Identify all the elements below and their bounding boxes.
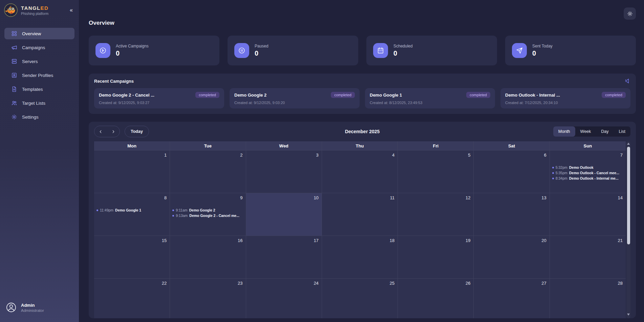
events-list: 11:49pmDemo Google 1 <box>96 208 168 214</box>
calendar-event[interactable]: 5:35pmDemo Outlook - Cancel mee... <box>552 171 624 175</box>
day-number: 3 <box>316 153 319 158</box>
calendar-today-button[interactable]: Today <box>125 126 149 137</box>
calendar-event[interactable]: 5:32pmDemo Outlook <box>552 165 624 169</box>
stat-value: 0 <box>532 49 553 57</box>
campaign-created-at: Created at: 7/12/2025, 20:34:10 <box>505 101 626 105</box>
scrollbar-down-arrow-icon[interactable] <box>627 314 630 316</box>
events-list: 5:32pmDemo Outlook5:35pmDemo Outlook - C… <box>552 165 624 182</box>
sidebar-item-target-lists[interactable]: Target Lists <box>4 97 74 109</box>
campaign-created-at: Created at: 9/12/2025, 9:03:20 <box>234 101 355 105</box>
day-number: 7 <box>620 153 623 158</box>
calendar-event[interactable]: 9:13amDemo Google 2 - Cancel me... <box>172 214 244 218</box>
app-root: TANGLED Phishing platform « OverviewCamp… <box>0 0 644 322</box>
view-month-button[interactable]: Month <box>553 126 575 137</box>
calendar-event[interactable]: 11:49pmDemo Google 1 <box>96 208 168 212</box>
calendar-day-cell[interactable]: 3 <box>246 150 322 193</box>
calendar-day-cell[interactable]: 14 <box>550 193 626 236</box>
calendar-day-cell[interactable]: 13 <box>474 193 550 236</box>
campaign-title: Demo Outlook - Internal ... <box>505 93 560 98</box>
campaign-card[interactable]: Demo Google 2completedCreated at: 9/12/2… <box>230 88 360 108</box>
calendar-day-cell[interactable]: 99:11amDemo Google 29:13amDemo Google 2 … <box>170 193 246 236</box>
calendar-day-cell[interactable]: 10 <box>246 193 322 236</box>
stat-card-paused: Paused0 <box>228 36 358 65</box>
calendar-day-cell[interactable]: 23 <box>170 278 246 318</box>
calendar-icon <box>373 43 388 58</box>
status-badge: completed <box>602 92 626 98</box>
calendar-day-cell[interactable]: 22 <box>94 278 170 318</box>
day-number: 12 <box>466 195 470 200</box>
calendar-day-cell[interactable]: 16 <box>170 236 246 278</box>
sidebar-item-servers[interactable]: Servers <box>4 56 74 67</box>
calendar-day-cell[interactable]: 6 <box>474 150 550 193</box>
calendar-day-cell[interactable]: 27 <box>474 278 550 318</box>
calendar-day-cell[interactable]: 12 <box>398 193 474 236</box>
calendar-day-cell[interactable]: 4 <box>322 150 398 193</box>
recent-campaigns-panel: Recent Campaigns Demo Google 2 - Cancel … <box>89 74 636 114</box>
app-subtitle: Phishing platform <box>21 12 48 16</box>
calendar-day-cell[interactable]: 811:49pmDemo Google 1 <box>94 193 170 236</box>
calendar-day-cell[interactable]: 26 <box>398 278 474 318</box>
campaign-card[interactable]: Demo Outlook - Internal ...completedCrea… <box>500 88 630 108</box>
calendar-day-cell[interactable]: 25 <box>322 278 398 318</box>
calendar-day-cell[interactable]: 19 <box>398 236 474 278</box>
stat-value: 0 <box>255 49 269 57</box>
day-header-sat: Sat <box>474 141 550 150</box>
day-number: 23 <box>238 281 242 286</box>
sidebar-item-label: Campaigns <box>22 45 45 50</box>
stat-value: 0 <box>116 49 149 57</box>
calendar-day-cell[interactable]: 11 <box>322 193 398 236</box>
campaign-card[interactable]: Demo Google 1completedCreated at: 8/12/2… <box>365 88 495 108</box>
calendar-toolbar: Today December 2025 MonthWeekDayList <box>94 126 630 137</box>
calendar-day-cell[interactable]: 20 <box>474 236 550 278</box>
stat-card-scheduled: Scheduled0 <box>366 36 497 65</box>
sidebar-item-label: Settings <box>22 115 39 120</box>
calendar-prev-button[interactable] <box>94 126 107 137</box>
calendar-day-cell[interactable]: 75:32pmDemo Outlook5:35pmDemo Outlook - … <box>550 150 626 193</box>
sidebar-item-sender-profiles[interactable]: Sender Profiles <box>4 69 74 81</box>
view-list-button[interactable]: List <box>614 126 630 137</box>
theme-toggle-button[interactable] <box>624 7 636 20</box>
sidebar-collapse-button[interactable]: « <box>68 6 75 14</box>
scrollbar-thumb[interactable] <box>627 147 630 244</box>
sidebar-item-label: Target Lists <box>22 101 45 106</box>
sidebar: TANGLED Phishing platform « OverviewCamp… <box>0 0 79 322</box>
day-number: 10 <box>314 195 318 200</box>
calendar-event[interactable]: 9:11amDemo Google 2 <box>172 208 244 212</box>
event-dot-icon <box>172 215 174 217</box>
user-avatar-icon <box>5 302 17 313</box>
campaigns-link-button[interactable] <box>624 78 630 84</box>
day-number: 14 <box>618 195 623 200</box>
calendar-day-cell[interactable]: 18 <box>322 236 398 278</box>
calendar-day-cell[interactable]: 21 <box>550 236 626 278</box>
day-number: 13 <box>541 195 546 200</box>
event-title: Demo Google 2 <box>189 208 215 212</box>
calendar-next-button[interactable] <box>107 126 120 137</box>
event-time: 8:34pm <box>556 176 567 180</box>
sidebar-item-overview[interactable]: Overview <box>4 28 74 39</box>
status-badge: completed <box>195 92 219 98</box>
calendar-day-cell[interactable]: 17 <box>246 236 322 278</box>
scrollbar-up-arrow-icon[interactable] <box>627 143 630 145</box>
view-week-button[interactable]: Week <box>575 126 596 137</box>
status-badge: completed <box>466 92 490 98</box>
stat-card-active-campaigns: Active Campaigns0 <box>89 36 219 65</box>
sidebar-item-settings[interactable]: Settings <box>4 111 74 123</box>
events-list: 9:11amDemo Google 29:13amDemo Google 2 -… <box>172 208 244 219</box>
view-day-button[interactable]: Day <box>596 126 614 137</box>
stats-row: Active Campaigns0Paused0Scheduled0Sent T… <box>89 36 636 65</box>
calendar-scrollbar[interactable] <box>626 141 630 318</box>
day-number: 9 <box>240 195 242 200</box>
calendar-day-cell[interactable]: 2 <box>170 150 246 193</box>
calendar-day-cell[interactable]: 15 <box>94 236 170 278</box>
calendar-day-cell[interactable]: 1 <box>94 150 170 193</box>
event-time: 5:32pm <box>556 165 567 169</box>
sidebar-item-campaigns[interactable]: Campaigns <box>4 42 74 53</box>
user-profile[interactable]: Admin Administrator <box>0 302 79 322</box>
calendar-day-cell[interactable]: 28 <box>550 278 626 318</box>
calendar-day-cell[interactable]: 24 <box>246 278 322 318</box>
sidebar-item-templates[interactable]: Templates <box>4 83 74 95</box>
calendar-event[interactable]: 8:34pmDemo Outlook - Internal me... <box>552 176 624 180</box>
calendar-day-cell[interactable]: 5 <box>398 150 474 193</box>
send-icon <box>512 43 527 58</box>
campaign-card[interactable]: Demo Google 2 - Cancel ...completedCreat… <box>94 88 224 108</box>
